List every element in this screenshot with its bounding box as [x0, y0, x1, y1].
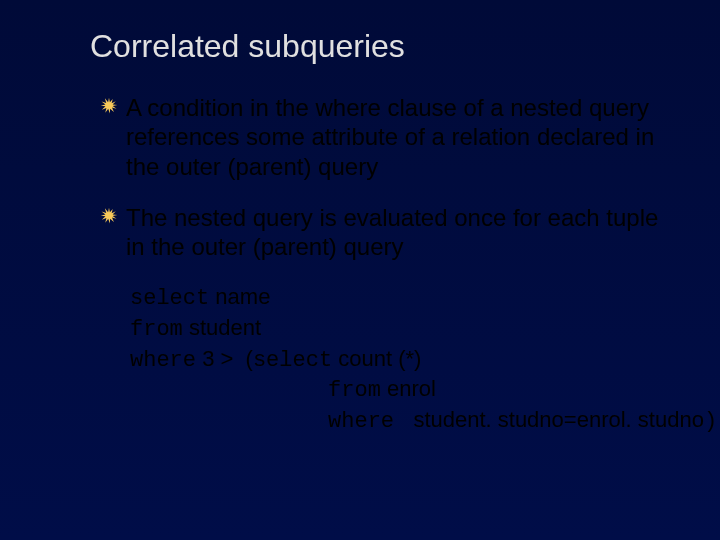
sql-code-block: select name from student where 3 > (sele… [130, 283, 720, 436]
bullet-list: A condition in the where clause of a nes… [100, 93, 670, 261]
keyword: select [253, 348, 332, 373]
keyword: select [130, 286, 209, 311]
code-text: student. studno=enrol. studno [407, 407, 704, 432]
code-line: select name [130, 283, 720, 314]
starburst-icon [100, 97, 118, 119]
keyword: from [130, 317, 183, 342]
list-item: A condition in the where clause of a nes… [100, 93, 670, 181]
code-line: where 3 > (select count (*) [130, 345, 720, 376]
bullet-text: The nested query is evaluated once for e… [126, 203, 670, 262]
code-line: where student. studno=enrol. studno) [130, 406, 720, 437]
keyword: from [328, 378, 381, 403]
keyword: where [328, 409, 407, 434]
keyword: where [130, 348, 196, 373]
code-text: ) [704, 409, 717, 434]
code-text: count (*) [332, 346, 421, 371]
code-text: 3 > ( [196, 346, 253, 371]
slide: Correlated subqueries A condition in the… [0, 0, 720, 540]
slide-title: Correlated subqueries [90, 28, 720, 65]
code-line: from student [130, 314, 720, 345]
starburst-icon [100, 207, 118, 229]
code-pad [130, 409, 328, 434]
code-text: name [209, 284, 270, 309]
code-pad [130, 378, 328, 403]
code-line: from enrol [130, 375, 720, 406]
list-item: The nested query is evaluated once for e… [100, 203, 670, 262]
code-text: enrol [381, 376, 436, 401]
bullet-text: A condition in the where clause of a nes… [126, 93, 670, 181]
code-text: student [183, 315, 261, 340]
